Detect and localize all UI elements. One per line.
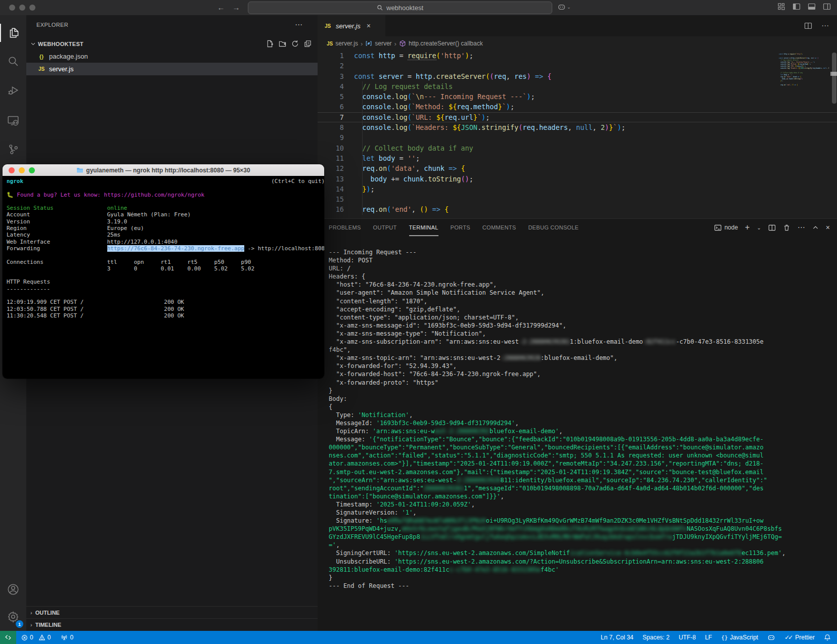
- editor-tab-bar: JS server.js × ⋯: [318, 15, 837, 36]
- editor-more-actions-icon[interactable]: ⋯: [821, 21, 829, 30]
- activity-settings-button[interactable]: 1: [0, 608, 26, 626]
- overview-ruler-mark: [830, 72, 837, 76]
- formatter-status[interactable]: ✓✓ Prettier: [784, 634, 815, 641]
- encoding-setting[interactable]: UTF-8: [679, 634, 696, 641]
- account-icon: [7, 583, 20, 596]
- nav-back-button[interactable]: ←: [215, 2, 227, 13]
- outline-section-header[interactable]: › OUTLINE: [26, 606, 318, 619]
- collapse-all-icon[interactable]: [304, 40, 312, 48]
- tab-output[interactable]: OUTPUT: [373, 219, 397, 236]
- ngrok-lines: ngrok (Ctrl+C to quit)🐛 Found a bug? Let…: [7, 178, 324, 319]
- search-icon: [7, 55, 20, 68]
- bottom-panel: PROBLEMS OUTPUT TERMINAL PORTS COMMENTS …: [318, 218, 837, 631]
- remote-icon: [5, 634, 12, 641]
- settings-badge: 1: [16, 620, 23, 628]
- eol-setting[interactable]: LF: [705, 634, 712, 641]
- activity-accounts-button[interactable]: [0, 580, 26, 599]
- maximize-panel-icon[interactable]: [812, 224, 819, 231]
- terminal-icon: [714, 224, 722, 232]
- breadcrumb-symbol[interactable]: server: [375, 40, 391, 47]
- chevron-down-icon: ⌄: [567, 5, 571, 10]
- ngrok-title-bar[interactable]: gyulanemeth — ngrok http http://localhos…: [3, 164, 324, 176]
- search-value: webhooktest: [386, 4, 423, 12]
- status-bar: 0 0 0 Ln 7, Col 34 Spaces: 2 UTF-8 LF {}…: [0, 631, 837, 644]
- breadcrumb[interactable]: JS server.js › server › http.createServe…: [318, 36, 837, 51]
- terminal-dropdown-icon[interactable]: ⌄: [757, 225, 761, 231]
- terminal-lines: --- Incoming Request ---Method: POSTURL:…: [329, 248, 837, 590]
- timeline-section-header[interactable]: › TIMELINE: [26, 618, 318, 631]
- tab-debug-console[interactable]: DEBUG CONSOLE: [528, 219, 579, 236]
- refresh-icon[interactable]: [291, 40, 299, 48]
- close-panel-icon[interactable]: ×: [826, 223, 830, 232]
- nav-forward-button[interactable]: →: [231, 2, 242, 13]
- forwarded-ports-count: 0: [70, 634, 73, 641]
- editor-scrollbar[interactable]: [832, 53, 836, 104]
- window-zoom-button[interactable]: [29, 5, 35, 11]
- cursor-position[interactable]: Ln 7, Col 34: [601, 634, 634, 641]
- file-item-server-js[interactable]: JS server.js: [26, 63, 318, 75]
- minimap-content: const http = require('http');const serve…: [779, 53, 789, 86]
- ngrok-window-title: gyulanemeth — ngrok http http://localhos…: [86, 167, 250, 174]
- ngrok-terminal-content[interactable]: ngrok (Ctrl+C to quit)🐛 Found a bug? Let…: [3, 176, 324, 379]
- new-file-icon[interactable]: [266, 40, 274, 48]
- tab-problems[interactable]: PROBLEMS: [329, 219, 361, 236]
- code-lines: 1const http = require('http');23const se…: [318, 51, 837, 215]
- json-icon: {}: [37, 54, 46, 60]
- copilot-icon: [767, 633, 775, 641]
- new-folder-icon[interactable]: [279, 40, 286, 48]
- language-mode[interactable]: {} JavaScript: [721, 634, 758, 641]
- folder-section-webhooktest[interactable]: WEBHOOKTEST: [26, 37, 318, 50]
- problems-status[interactable]: 0 0: [21, 634, 51, 641]
- copilot-status[interactable]: [767, 633, 775, 641]
- kill-terminal-icon[interactable]: [783, 224, 790, 232]
- split-terminal-icon[interactable]: [768, 224, 776, 232]
- window-close-button[interactable]: [9, 167, 15, 173]
- command-center-search[interactable]: webhooktest: [248, 2, 552, 14]
- chevron-right-icon: ›: [30, 622, 32, 628]
- customize-layout-icon[interactable]: [777, 3, 785, 11]
- close-icon[interactable]: ×: [367, 22, 371, 30]
- timeline-label: TIMELINE: [35, 622, 61, 628]
- copilot-menu[interactable]: ⌄: [557, 3, 571, 11]
- terminal-output[interactable]: --- Incoming Request ---Method: POSTURL:…: [318, 236, 837, 631]
- window-minimize-button[interactable]: [19, 167, 25, 173]
- activity-explorer-button[interactable]: [0, 24, 27, 42]
- breadcrumb-symbol[interactable]: http.createServer() callback: [409, 40, 483, 47]
- double-check-icon: ✓✓: [784, 634, 791, 641]
- new-terminal-icon[interactable]: +: [745, 223, 750, 232]
- tab-terminal[interactable]: TERMINAL: [409, 219, 438, 236]
- ngrok-terminal-window[interactable]: gyulanemeth — ngrok http http://localhos…: [3, 164, 324, 379]
- vscode-window: ← → webhooktest ⌄: [0, 0, 837, 644]
- panel-tab-bar: PROBLEMS OUTPUT TERMINAL PORTS COMMENTS …: [318, 219, 579, 236]
- indent-guide: [362, 81, 363, 215]
- js-icon: JS: [37, 66, 46, 72]
- toggle-panel-icon[interactable]: [808, 3, 816, 11]
- error-count: 0: [30, 634, 33, 641]
- window-minimize-button[interactable]: [19, 5, 25, 11]
- window-close-button[interactable]: [9, 5, 15, 11]
- toggle-secondary-sidebar-icon[interactable]: [823, 3, 831, 11]
- activity-run-debug-button[interactable]: [0, 81, 26, 99]
- tab-ports[interactable]: PORTS: [451, 219, 470, 236]
- toggle-primary-sidebar-icon[interactable]: [792, 3, 801, 11]
- activity-search-button[interactable]: [0, 52, 26, 70]
- file-item-package-json[interactable]: {} package.json: [26, 50, 318, 63]
- breadcrumb-file[interactable]: server.js: [335, 40, 358, 47]
- panel-more-actions-icon[interactable]: ⋯: [798, 223, 805, 232]
- indentation-setting[interactable]: Spaces: 2: [643, 634, 670, 641]
- ports-status[interactable]: 0: [61, 634, 73, 641]
- remote-indicator[interactable]: [0, 631, 16, 644]
- code-editor[interactable]: 1const http = require('http');23const se…: [318, 51, 837, 218]
- activity-remote-explorer-button[interactable]: [0, 111, 26, 129]
- minimap[interactable]: const http = require('http');const serve…: [779, 53, 829, 129]
- split-editor-icon[interactable]: [804, 22, 812, 30]
- remote-explorer-icon: [7, 114, 20, 127]
- js-icon: JS: [327, 41, 333, 47]
- terminal-shell-item[interactable]: node: [714, 224, 738, 232]
- window-zoom-button[interactable]: [29, 167, 35, 173]
- explorer-more-actions-icon[interactable]: ⋯: [295, 20, 302, 29]
- activity-source-control-button[interactable]: [0, 140, 26, 158]
- notifications-bell[interactable]: [824, 634, 831, 641]
- tab-comments[interactable]: COMMENTS: [482, 219, 516, 236]
- tab-server-js[interactable]: JS server.js ×: [318, 15, 386, 36]
